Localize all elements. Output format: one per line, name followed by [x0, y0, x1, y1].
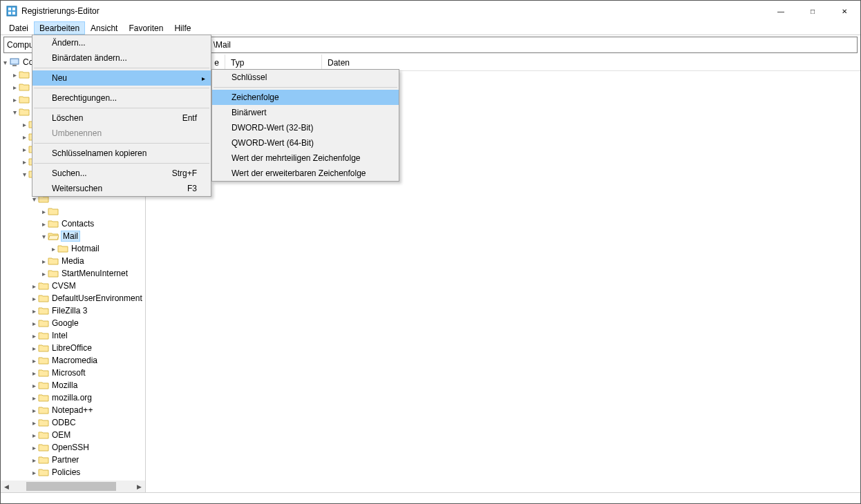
collapse-icon[interactable]: ▾ — [1, 59, 9, 66]
expand-icon[interactable]: ▸ — [30, 307, 38, 315]
menu-shortcut: F3 — [187, 184, 197, 193]
menu-file[interactable]: Datei — [3, 21, 34, 35]
menu-item[interactable]: Ändern... — [32, 35, 211, 50]
menu-item[interactable]: LöschenEntf — [32, 110, 211, 126]
tree-node[interactable]: ▸StartMenuInternet — [1, 267, 145, 280]
expand-icon[interactable]: ▸ — [20, 121, 28, 128]
tree-node[interactable]: ▸CVSM — [1, 280, 145, 292]
expand-icon[interactable]: ▸ — [30, 407, 38, 414]
menu-item[interactable]: Neu▸ — [32, 70, 211, 86]
expand-icon[interactable]: ▸ — [30, 394, 38, 402]
menu-item[interactable]: Binärwert — [212, 105, 399, 120]
tree-node[interactable]: ▸Hotmail — [1, 242, 145, 255]
expand-icon[interactable]: ▸ — [39, 258, 48, 265]
expand-icon[interactable]: ▸ — [49, 245, 57, 253]
tree-label: Partner — [52, 455, 79, 465]
expand-icon[interactable]: ▸ — [30, 357, 38, 365]
maximize-button[interactable]: □ — [797, 1, 829, 21]
address-suffix: \Mail — [214, 40, 231, 50]
menu-view[interactable]: Ansicht — [85, 21, 123, 35]
tree-node[interactable]: ▸ODBC — [1, 416, 145, 429]
tree-label: DefaultUserEnvironment — [52, 293, 142, 303]
menu-item[interactable]: Berechtigungen... — [32, 90, 211, 106]
expand-icon[interactable]: ▸ — [30, 469, 38, 476]
expand-icon[interactable]: ▸ — [10, 96, 19, 104]
svg-rect-2 — [12, 8, 15, 10]
collapse-icon[interactable]: ▾ — [10, 108, 19, 116]
expand-icon[interactable]: ▸ — [30, 332, 38, 340]
menu-shortcut: Entf — [182, 113, 197, 123]
scroll-right-icon[interactable]: ▶ — [133, 481, 145, 492]
app-icon — [6, 6, 17, 17]
tree-node[interactable]: ▾Mail — [1, 230, 145, 242]
menu-item[interactable]: Wert der erweiterbaren Zeichenfolge — [212, 166, 399, 181]
folder-icon — [19, 70, 30, 79]
expand-icon[interactable]: ▸ — [39, 270, 48, 278]
tree-node[interactable]: ▸Mozilla — [1, 379, 145, 391]
tree-node[interactable]: ▸Notepad++ — [1, 404, 145, 416]
expand-icon[interactable]: ▸ — [20, 146, 28, 153]
menu-item[interactable]: WeitersuchenF3 — [32, 181, 211, 196]
tree-node[interactable]: ▸Media — [1, 255, 145, 267]
expand-icon[interactable]: ▸ — [20, 133, 28, 141]
scroll-thumb[interactable] — [26, 482, 116, 491]
expand-icon[interactable]: ▸ — [30, 295, 38, 302]
tree-node[interactable]: ▸Google — [1, 317, 145, 329]
expand-icon[interactable]: ▸ — [30, 456, 38, 464]
expand-icon[interactable]: ▸ — [30, 444, 38, 452]
menu-item-label: Löschen — [52, 113, 83, 123]
menu-help[interactable]: Hilfe — [169, 21, 196, 35]
tree-node[interactable]: ▸FileZilla 3 — [1, 304, 145, 317]
tree-node[interactable]: ▸ — [1, 205, 145, 217]
menu-item[interactable]: DWORD-Wert (32-Bit) — [212, 120, 399, 135]
expand-icon[interactable]: ▸ — [30, 432, 38, 439]
menu-item[interactable]: Suchen...Strg+F — [32, 166, 211, 181]
collapse-icon[interactable]: ▾ — [20, 171, 28, 178]
menu-item[interactable]: QWORD-Wert (64-Bit) — [212, 135, 399, 151]
tree-node[interactable]: ▸Microsoft — [1, 367, 145, 379]
tree-node[interactable]: ▸Policies — [1, 466, 145, 478]
folder-icon — [38, 380, 49, 390]
expand-icon[interactable]: ▸ — [30, 282, 38, 290]
tree-label: OpenSSH — [52, 443, 89, 452]
expand-icon[interactable]: ▸ — [10, 84, 19, 91]
col-type[interactable]: Typ — [225, 55, 322, 70]
menu-item[interactable]: Binärdaten ändern... — [32, 50, 211, 66]
tree-hscrollbar[interactable]: ◀ ▶ — [1, 481, 145, 492]
folder-icon — [38, 455, 49, 465]
tree-label: CVSM — [52, 281, 76, 291]
tree-node[interactable]: ▸OpenSSH — [1, 441, 145, 454]
folder-icon — [19, 107, 30, 117]
tree-node[interactable]: ▸Partner — [1, 454, 145, 466]
expand-icon[interactable]: ▸ — [30, 345, 38, 352]
col-data[interactable]: Daten — [322, 55, 860, 70]
tree-node[interactable]: ▸Intel — [1, 329, 145, 342]
scroll-left-icon[interactable]: ◀ — [1, 481, 12, 492]
tree-node[interactable]: ▸Contacts — [1, 217, 145, 230]
menu-item[interactable]: Schlüssel — [212, 70, 399, 85]
expand-icon[interactable]: ▸ — [30, 369, 38, 377]
expand-icon[interactable]: ▸ — [30, 419, 38, 427]
expand-icon[interactable]: ▸ — [20, 158, 28, 166]
menu-item[interactable]: Schlüsselnamen kopieren — [32, 146, 211, 161]
menu-favorites[interactable]: Favoriten — [123, 21, 169, 35]
menu-edit[interactable]: Bearbeiten — [34, 21, 85, 35]
tree-node[interactable]: ▸Macromedia — [1, 354, 145, 367]
expand-icon[interactable]: ▸ — [39, 208, 48, 215]
scroll-track[interactable] — [12, 481, 133, 492]
tree-node[interactable]: ▸mozilla.org — [1, 391, 145, 404]
folder-icon — [38, 356, 49, 365]
expand-icon[interactable]: ▸ — [30, 382, 38, 389]
expand-icon[interactable]: ▸ — [30, 320, 38, 327]
expand-icon[interactable]: ▸ — [10, 71, 19, 79]
tree-node[interactable]: ▸DefaultUserEnvironment — [1, 292, 145, 304]
menu-item[interactable]: Wert der mehrteiligen Zeichenfolge — [212, 151, 399, 166]
close-button[interactable]: ✕ — [829, 1, 860, 21]
tree-node[interactable]: ▸OEM — [1, 429, 145, 441]
collapse-icon[interactable]: ▾ — [39, 233, 48, 240]
expand-icon[interactable]: ▸ — [39, 220, 48, 228]
minimize-button[interactable]: — — [765, 1, 797, 21]
tree-node[interactable]: ▸LibreOffice — [1, 342, 145, 354]
menu-item[interactable]: Zeichenfolge — [212, 90, 399, 105]
tree-label: Policies — [52, 467, 80, 477]
